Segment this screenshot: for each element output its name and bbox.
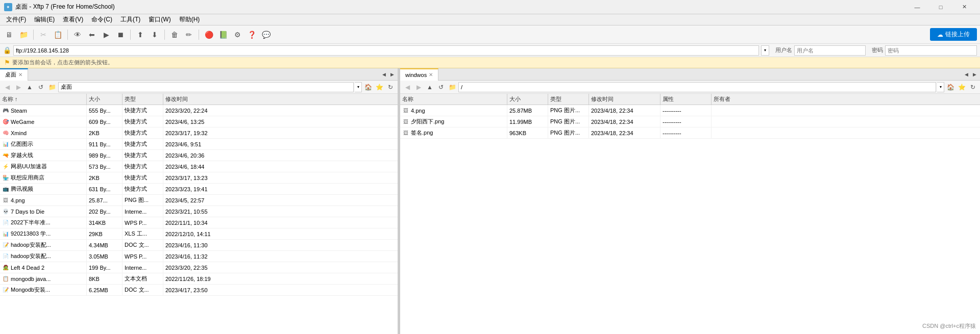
stop-button[interactable]: ⏹	[114, 29, 127, 41]
window-controls[interactable]: — □ ✕	[905, 0, 976, 14]
maximize-button[interactable]: □	[929, 0, 952, 14]
right-path-input[interactable]: /	[458, 82, 936, 92]
left-refresh-button[interactable]: ↺	[36, 82, 46, 92]
left-col-time[interactable]: 修改时间	[163, 94, 398, 105]
menu-tools[interactable]: 工具(T)	[116, 14, 144, 25]
chat-button[interactable]: 💬	[260, 29, 272, 41]
left-path-input[interactable]: 桌面	[58, 82, 354, 92]
table-row[interactable]: 📄 hadoop安装配... 3.05MB WPS P... 2023/4/16…	[0, 251, 398, 262]
menu-file[interactable]: 文件(F)	[2, 14, 30, 25]
bookmark-button[interactable]: 📗	[217, 29, 229, 41]
file-size-cell: 6.25MB	[87, 285, 122, 295]
nav-button[interactable]: ⬅	[86, 29, 98, 41]
left-panel-tabs: 桌面 ✕ ◀ ▶	[0, 68, 398, 81]
file-icon: 🖼	[402, 130, 409, 137]
left-forward-button[interactable]: ▶	[13, 82, 23, 92]
file-attr-cell: ----------	[660, 105, 712, 116]
left-tab-desktop[interactable]: 桌面 ✕	[0, 68, 28, 81]
left-up-button[interactable]: ▲	[24, 82, 35, 92]
table-row[interactable]: 💀 7 Days to Die 202 By... Interne... 202…	[0, 206, 398, 217]
left-back-button[interactable]: ◀	[2, 82, 12, 92]
right-tab-prev[interactable]: ◀	[963, 71, 970, 78]
right-tab-next[interactable]: ▶	[971, 71, 978, 78]
right-col-attr[interactable]: 属性	[660, 94, 712, 105]
right-forward-button[interactable]: ▶	[413, 82, 424, 92]
table-row[interactable]: 📊 亿图图示 911 By... 快捷方式 2023/4/6, 9:51	[0, 139, 398, 150]
table-row[interactable]: 🧠 Xmind 2KB 快捷方式 2023/3/17, 19:32	[0, 127, 398, 139]
download-button[interactable]: ⬇	[149, 29, 161, 41]
right-col-owner[interactable]: 所有者	[712, 94, 980, 105]
right-path-dropdown[interactable]: ▾	[937, 82, 944, 92]
url-dropdown[interactable]: ▾	[761, 45, 769, 56]
upload-file-button[interactable]: ⬆	[134, 29, 146, 41]
rename-button[interactable]: ✏	[183, 29, 195, 41]
right-col-type[interactable]: 类型	[548, 94, 589, 105]
left-col-type[interactable]: 类型	[122, 94, 163, 105]
right-bookmark-button[interactable]: ⭐	[957, 82, 967, 92]
table-row[interactable]: 📝 hadoop安装配... 4.34MB DOC 文... 2023/4/16…	[0, 240, 398, 251]
right-home-button[interactable]: 🏠	[945, 82, 955, 92]
left-path-dropdown[interactable]: ▾	[355, 82, 362, 92]
right-col-name[interactable]: 名称	[400, 94, 507, 105]
table-row[interactable]: 🖼 4.png 25.87... PNG 图... 2023/4/5, 22:5…	[0, 195, 398, 206]
left-tab-prev[interactable]: ◀	[380, 71, 387, 78]
left-tab-next[interactable]: ▶	[388, 71, 396, 78]
table-row[interactable]: 🎯 WeGame 609 By... 快捷方式 2023/4/6, 13:25	[0, 116, 398, 127]
cut-button[interactable]: ✂	[37, 29, 50, 41]
menu-command[interactable]: 命令(C)	[87, 14, 116, 25]
left-tab-close[interactable]: ✕	[18, 72, 22, 78]
table-row[interactable]: 🔫 穿越火线 989 By... 快捷方式 2023/4/6, 20:36	[0, 150, 398, 161]
delete-button[interactable]: 🗑	[168, 29, 181, 41]
file-icon: 📝	[2, 242, 9, 249]
right-tab-windwos[interactable]: windwos ✕	[400, 68, 438, 81]
menu-window[interactable]: 窗口(W)	[144, 14, 175, 25]
url-input[interactable]	[13, 45, 759, 56]
new-session-button[interactable]: 🖥	[3, 29, 15, 41]
menu-edit[interactable]: 编辑(E)	[30, 14, 59, 25]
right-col-time[interactable]: 修改时间	[589, 94, 660, 105]
table-row[interactable]: 🖼 夕阳西下.png 11.99MB PNG 图片... 2023/4/18, …	[400, 116, 980, 127]
table-row[interactable]: ⚡ 网易UU加速器 573 By... 快捷方式 2023/4/6, 18:44	[0, 161, 398, 172]
copy-button[interactable]: 📋	[52, 29, 64, 41]
table-row[interactable]: 🖼 签名.png 963KB PNG 图片... 2023/4/18, 22:3…	[400, 127, 980, 139]
menu-view[interactable]: 查看(V)	[59, 14, 87, 25]
password-input[interactable]	[885, 45, 977, 56]
username-input[interactable]	[794, 45, 866, 56]
table-row[interactable]: 📺 腾讯视频 631 By... 快捷方式 2023/3/23, 19:41	[0, 184, 398, 195]
settings-button[interactable]: ⚙	[231, 29, 243, 41]
right-refresh-button[interactable]: ↺	[436, 82, 446, 92]
view-button[interactable]: 👁	[71, 29, 84, 41]
right-tab-close[interactable]: ✕	[429, 72, 433, 78]
table-row[interactable]: 📊 920213803 学... 29KB XLS 工... 2022/12/1…	[0, 228, 398, 240]
close-button[interactable]: ✕	[952, 0, 976, 14]
file-icon: 📺	[2, 186, 9, 193]
right-back-button[interactable]: ◀	[402, 82, 412, 92]
table-row[interactable]: 📋 mongodb java... 8KB 文本文档 2022/11/26, 1…	[0, 273, 398, 285]
right-up-button[interactable]: ▲	[425, 82, 435, 92]
link-upload-button[interactable]: ☁ 链接上传	[930, 28, 977, 41]
right-col-size[interactable]: 大小	[507, 94, 548, 105]
table-row[interactable]: 📄 2022下半年准... 314KB WPS P... 2022/11/1, …	[0, 217, 398, 228]
minimize-button[interactable]: —	[905, 0, 929, 14]
left-col-name[interactable]: 名称 ↑	[0, 94, 87, 105]
left-col-size[interactable]: 大小	[87, 94, 122, 105]
left-home-button[interactable]: 🏠	[363, 82, 373, 92]
refresh-button[interactable]: ▶	[100, 29, 112, 41]
menu-help[interactable]: 帮助(H)	[175, 14, 204, 25]
transfer-button[interactable]: 🔴	[203, 29, 215, 41]
open-button[interactable]: 📁	[17, 29, 30, 41]
table-row[interactable]: 🧟 Left 4 Dead 2 199 By... Interne... 202…	[0, 262, 398, 273]
help-button[interactable]: ❓	[246, 29, 258, 41]
table-row[interactable]: 🎮 Steam 555 By... 快捷方式 2023/3/20, 22:24	[0, 105, 398, 116]
status-message: 要添加当前会话，点击左侧的箭头按钮。	[12, 59, 113, 66]
right-file-list[interactable]: 🖼 4.png 25.87MB PNG 图片... 2023/4/18, 22:…	[400, 105, 980, 334]
table-row[interactable]: 🏪 联想应用商店 2KB 快捷方式 2023/3/17, 13:23	[0, 172, 398, 184]
file-icon: 📄	[2, 253, 9, 260]
table-row[interactable]: 🖼 4.png 25.87MB PNG 图片... 2023/4/18, 22:…	[400, 105, 980, 116]
table-row[interactable]: 📝 Mongodb安装... 6.25MB DOC 文... 2023/4/17…	[0, 285, 398, 296]
left-bookmark-button[interactable]: ⭐	[374, 82, 384, 92]
left-sync-button[interactable]: ↻	[385, 82, 396, 92]
left-file-list[interactable]: 🎮 Steam 555 By... 快捷方式 2023/3/20, 22:24 …	[0, 105, 398, 334]
right-sync-button[interactable]: ↻	[968, 82, 978, 92]
watermark-text: CSDN @ctrl+c程序猿	[922, 323, 976, 329]
